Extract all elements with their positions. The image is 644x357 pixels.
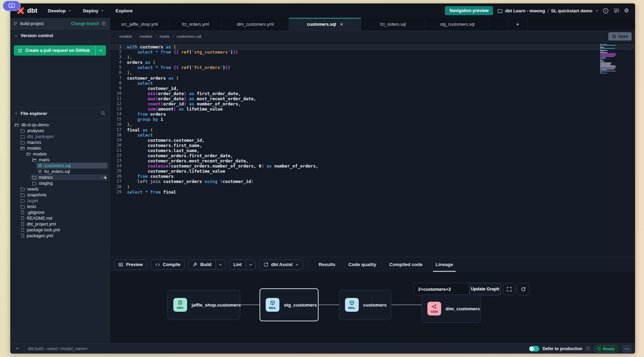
code-line[interactable]: 20 customers.first_name, bbox=[110, 143, 635, 148]
code-line[interactable]: 1with customers as ( bbox=[110, 44, 635, 49]
tree-item-snapshots[interactable]: snapshots bbox=[19, 192, 107, 198]
tree-item-db-sl-qs-demo[interactable]: db-sl-qs-demo bbox=[13, 122, 107, 128]
more-options-button[interactable]: ⋯ bbox=[622, 345, 632, 353]
lineage-node-stg-customers[interactable]: MDLstg_customers bbox=[260, 288, 319, 321]
breadcrumb-item[interactable]: models bbox=[139, 34, 152, 38]
compile-main[interactable]: Compile bbox=[151, 260, 184, 269]
file-explorer-header[interactable]: File explorer bbox=[10, 107, 110, 119]
change-branch-link[interactable]: Change branch bbox=[71, 21, 99, 26]
code-line[interactable]: 7customer_orders as ( bbox=[110, 76, 635, 81]
refresh-button[interactable] bbox=[517, 283, 529, 295]
tree-item-marts[interactable]: marts bbox=[31, 157, 107, 163]
code-line[interactable]: 27 left join customer_orders using (cust… bbox=[110, 179, 635, 184]
tab-fct-orders-yml[interactable]: fct_orders.yml bbox=[170, 18, 222, 31]
preview-button[interactable]: Preview bbox=[114, 260, 147, 270]
fullscreen-button[interactable] bbox=[503, 283, 515, 295]
question-circle-icon[interactable]: ? bbox=[586, 346, 590, 351]
tree-item-gitignore[interactable]: .gitignore bbox=[19, 209, 107, 215]
menu-explore[interactable]: Explore bbox=[116, 8, 133, 13]
code-line[interactable]: 22 customer_orders.first_order_date, bbox=[110, 153, 635, 158]
tree-item-models[interactable]: models bbox=[19, 145, 107, 151]
code-line[interactable]: 3), bbox=[110, 55, 635, 60]
code-line[interactable]: 11 max(order_date) as most_recent_order_… bbox=[110, 96, 635, 101]
tree-item-staging[interactable]: staging bbox=[31, 180, 107, 186]
code-editor[interactable]: 1with customers as (2 select * from {{ r… bbox=[110, 42, 635, 257]
version-control-header[interactable]: Version control bbox=[10, 30, 110, 42]
lineage-node-customers[interactable]: MDLcustomers bbox=[339, 290, 391, 320]
code-line[interactable]: 6), bbox=[110, 70, 635, 75]
new-tab-button[interactable]: + bbox=[508, 18, 527, 31]
code-line[interactable]: 26 from customers bbox=[110, 174, 635, 179]
panel-tab-code-quality[interactable]: Code quality bbox=[348, 257, 376, 272]
code-line[interactable]: 14 from orders bbox=[110, 112, 635, 117]
navigation-preview-button[interactable]: Navigation preview bbox=[445, 6, 493, 15]
copy-icon[interactable] bbox=[102, 21, 106, 26]
code-line[interactable]: 21 customers.last_name, bbox=[110, 148, 635, 153]
close-icon[interactable]: × bbox=[340, 22, 343, 26]
preview-main[interactable]: Preview bbox=[114, 260, 147, 269]
code-line[interactable]: 19 customers.customer_id, bbox=[110, 138, 635, 143]
code-line[interactable]: 29select * from final bbox=[110, 189, 635, 195]
lint-button[interactable]: Lint bbox=[229, 260, 256, 270]
code-line[interactable]: 12 count(order_id) as number_of_orders, bbox=[110, 101, 635, 106]
code-line[interactable]: 15 group by 1 bbox=[110, 117, 635, 122]
code-line[interactable]: 10 min(order_date) as first_order_date, bbox=[110, 91, 635, 96]
code-line[interactable]: 8 select bbox=[110, 81, 635, 86]
create-pr-button[interactable]: Create a pull request on GitHub bbox=[14, 45, 106, 56]
tab-stg-customers-sql[interactable]: stg_customers.sql bbox=[425, 18, 490, 31]
tree-item-dbt-project-yml[interactable]: dbt_project.yml bbox=[19, 221, 107, 227]
account-switcher[interactable]: dbt Learn - mwong / SL quickstart demo bbox=[497, 8, 598, 13]
save-button[interactable]: Save bbox=[608, 32, 632, 41]
lint-main[interactable]: Lint bbox=[229, 260, 246, 269]
tab-fct-orders-sql[interactable]: fct_orders.sql bbox=[361, 18, 425, 31]
build-button[interactable]: Build bbox=[188, 260, 226, 270]
build-main[interactable]: Build bbox=[188, 260, 216, 269]
tree-item-package-lock-yml[interactable]: package-lock.yml bbox=[19, 227, 107, 233]
code-line[interactable]: 9 customer_id, bbox=[110, 86, 635, 91]
tab-customers-sql[interactable]: customers.sql× bbox=[289, 18, 361, 31]
lineage-node-dim-customers[interactable]: SEMdim_customers bbox=[422, 295, 481, 323]
code-line[interactable]: 28) bbox=[110, 184, 635, 189]
menu-deploy[interactable]: Deploy bbox=[83, 8, 104, 13]
tree-item-tests[interactable]: tests bbox=[19, 204, 107, 209]
create-pr-main[interactable]: Create a pull request on GitHub bbox=[14, 48, 95, 53]
tree-item-packages-yml[interactable]: packages.yml bbox=[19, 233, 107, 239]
tree-item-macros[interactable]: macros bbox=[19, 139, 107, 145]
expand-command-bar-button[interactable] bbox=[14, 347, 21, 350]
feedback-icon[interactable] bbox=[613, 8, 620, 14]
defer-toggle[interactable] bbox=[529, 346, 539, 352]
minimap[interactable] bbox=[600, 44, 617, 74]
code-line[interactable]: 2 select * from {{ ref('stg_customers')}… bbox=[110, 49, 635, 55]
tree-item-analyses[interactable]: analyses bbox=[19, 128, 107, 134]
tree-item-fct-orders-sql[interactable]: fct_orders.sql bbox=[36, 169, 107, 174]
code-line[interactable]: 23 customer_orders.most_recent_order_dat… bbox=[110, 158, 635, 163]
build-dropdown[interactable] bbox=[216, 260, 225, 269]
compile-button[interactable]: Compile bbox=[151, 260, 185, 270]
code-line[interactable]: 18 select bbox=[110, 133, 635, 138]
lineage-selector-input[interactable]: 2+customers+2 bbox=[414, 283, 470, 295]
breadcrumb-item[interactable]: customers.sql bbox=[177, 34, 201, 38]
tab-dim-customers-yml[interactable]: dim_customers.yml bbox=[222, 18, 289, 31]
tree-item-customers-sql[interactable]: customers.sql bbox=[36, 163, 107, 169]
settings-gear-icon[interactable]: ⚙ bbox=[624, 8, 629, 13]
command-input[interactable]: dbt build --select <model_name> bbox=[28, 346, 88, 351]
tree-item-target[interactable]: target bbox=[19, 198, 107, 204]
breadcrumb-item[interactable]: models bbox=[119, 34, 132, 38]
search-icon[interactable] bbox=[101, 111, 105, 116]
code-line[interactable]: 17final as ( bbox=[110, 127, 635, 133]
dbt-assist-button[interactable]: dbt Assist bbox=[259, 260, 303, 270]
tree-item-dbt-packages[interactable]: dbt_packages bbox=[19, 134, 107, 139]
code-line[interactable]: 13 sum(amount) as lifetime_value bbox=[110, 106, 635, 112]
panel-tab-results[interactable]: Results bbox=[319, 257, 335, 272]
code-line[interactable]: 4orders as ( bbox=[110, 60, 635, 65]
tree-item-metrics[interactable]: metrics⋯ bbox=[31, 174, 107, 180]
help-icon[interactable]: ? bbox=[603, 8, 609, 14]
lint-dropdown[interactable] bbox=[246, 260, 255, 269]
tree-item-models[interactable]: models bbox=[25, 151, 107, 157]
breadcrumb-item[interactable]: marts bbox=[160, 34, 170, 38]
tab-src-jaffle-shop-yml[interactable]: src_jaffle_shop.yml bbox=[110, 18, 170, 31]
code-line[interactable]: 25 customer_orders.lifetime_value bbox=[110, 169, 635, 174]
update-graph-button[interactable]: Update Graph bbox=[469, 283, 501, 295]
menu-develop[interactable]: Develop bbox=[48, 8, 71, 13]
tree-item-readme-md[interactable]: README.md bbox=[19, 215, 107, 221]
